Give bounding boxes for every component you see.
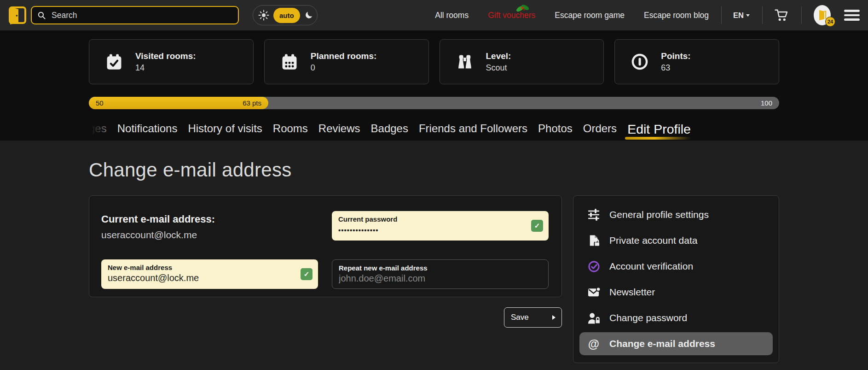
search-input[interactable] — [51, 10, 232, 21]
profile-tabs: ges Notifications History of visits Room… — [89, 117, 779, 141]
level-card: Level: Scout — [440, 39, 604, 84]
theme-toggle[interactable]: auto — [253, 5, 318, 25]
save-button-label: Save — [511, 313, 529, 322]
visited-rooms-card: Visited rooms: 14 — [89, 39, 254, 84]
binoculars-icon — [456, 53, 474, 70]
header-divider — [721, 6, 722, 24]
change-email-form: Current e-mail address: useraccount@lock… — [89, 195, 562, 297]
tab-photos[interactable]: Photos — [538, 123, 573, 134]
card-title: Points: — [661, 51, 690, 61]
current-password-field[interactable]: Current password ✓ — [332, 211, 549, 241]
menu-item-label: Change password — [609, 312, 687, 323]
cart-button[interactable] — [774, 9, 789, 22]
tab-history-of-visits[interactable]: History of visits — [188, 123, 262, 134]
current-password-label: Current password — [338, 215, 542, 223]
moon-icon[interactable] — [304, 11, 313, 20]
menu-item-change-password[interactable]: Change password — [579, 306, 773, 329]
nav-gift-vouchers-label: Gift vouchers — [488, 11, 535, 20]
site-logo[interactable] — [8, 6, 27, 25]
menu-item-label: Change e-mail address — [609, 338, 715, 349]
nav-escape-room-blog[interactable]: Escape room blog — [644, 11, 709, 20]
new-email-field[interactable]: New e-mail address ✓ — [101, 259, 318, 289]
header-divider — [801, 6, 802, 24]
language-selector[interactable]: EN — [733, 11, 750, 20]
menu-item-label: Newsletter — [609, 287, 655, 298]
repeat-email-field[interactable]: Repeat new e-mail address — [332, 259, 549, 289]
search-box[interactable] — [31, 6, 239, 24]
current-email-block: Current e-mail address: useraccount@lock… — [101, 211, 318, 249]
nav-gift-vouchers[interactable]: Gift vouchers — [488, 11, 535, 20]
points-card: Points: 63 — [614, 39, 779, 84]
sliders-icon — [587, 208, 600, 221]
menu-icon-bar — [844, 10, 860, 12]
tab-rooms[interactable]: Rooms — [273, 123, 308, 134]
valid-check-icon: ✓ — [531, 220, 543, 232]
menu-item-label: General profile settings — [609, 209, 709, 220]
progress-min-label: 50 — [96, 99, 104, 107]
menu-item-label: Private account data — [609, 235, 697, 246]
menu-item-newsletter[interactable]: Newsletter — [579, 281, 773, 304]
profile-settings-menu: General profile settings Private account… — [573, 195, 779, 363]
notification-badge: 24 — [825, 17, 835, 27]
progress-current-label: 63 pts — [243, 99, 261, 107]
menu-button[interactable] — [844, 10, 860, 21]
header-divider — [762, 6, 763, 24]
verified-badge-icon — [588, 260, 600, 273]
user-lock-icon — [587, 312, 601, 324]
arrow-right-icon — [552, 315, 556, 320]
current-email-label: Current e-mail address: — [101, 213, 318, 225]
calendar-check-icon — [105, 53, 123, 70]
logo-door-icon — [8, 6, 27, 25]
card-title: Visited rooms: — [135, 51, 196, 61]
menu-item-private-account-data[interactable]: Private account data — [579, 229, 773, 252]
stats-cards: Visited rooms: 14 Planned rooms: — [89, 30, 779, 84]
tab-orders[interactable]: Orders — [583, 123, 617, 134]
menu-item-general-profile-settings[interactable]: General profile settings — [579, 203, 773, 226]
theme-auto-button[interactable]: auto — [273, 8, 300, 23]
menu-icon-bar — [844, 18, 860, 21]
user-avatar[interactable]: 24 — [814, 5, 831, 25]
repeat-email-label: Repeat new e-mail address — [339, 264, 542, 272]
language-label: EN — [733, 11, 744, 20]
tab-badges[interactable]: Badges — [371, 123, 408, 134]
file-lock-icon — [588, 234, 600, 247]
points-progress-bar: 50 63 pts 100 — [89, 97, 779, 109]
menu-item-label: Account verification — [609, 261, 693, 272]
card-value: 14 — [135, 63, 196, 73]
cart-icon — [774, 9, 789, 22]
tab-friends-and-followers[interactable]: Friends and Followers — [419, 123, 527, 134]
card-value: 63 — [661, 63, 690, 73]
main-nav: All rooms Gift vouchers Escape room game… — [435, 11, 709, 20]
profile-summary-section: Visited rooms: 14 Planned rooms: — [0, 30, 868, 141]
tab-reviews[interactable]: Reviews — [318, 123, 360, 134]
card-value: Scout — [486, 63, 511, 73]
new-email-label: New e-mail address — [108, 264, 312, 271]
progress-max-label: 100 — [761, 97, 772, 109]
new-email-input[interactable] — [108, 271, 291, 283]
nav-escape-room-game[interactable]: Escape room game — [555, 11, 625, 20]
edit-profile-content: Change e-mail address Current e-mail add… — [0, 141, 868, 370]
tab-notifications[interactable]: Notifications — [117, 123, 178, 134]
menu-icon-bar — [844, 14, 860, 17]
top-bar: auto All rooms Gift vouchers Escape room… — [0, 0, 868, 30]
card-title: Level: — [486, 51, 511, 61]
valid-check-icon: ✓ — [301, 268, 312, 280]
current-password-input[interactable] — [338, 223, 522, 234]
card-value: 0 — [311, 63, 377, 73]
calendar-icon — [281, 53, 298, 70]
at-sign-icon: @ — [588, 338, 599, 350]
tab-partial[interactable]: ges — [89, 123, 107, 134]
sun-icon[interactable] — [258, 10, 269, 21]
card-title: Planned rooms: — [311, 51, 377, 61]
current-email-value: useraccount@lock.me — [101, 229, 318, 241]
points-progress-fill: 50 63 pts — [89, 97, 268, 109]
chevron-down-icon — [746, 14, 750, 17]
menu-item-change-email-address[interactable]: @ Change e-mail address — [579, 332, 773, 355]
menu-item-account-verification[interactable]: Account verification — [579, 255, 773, 278]
save-button[interactable]: Save — [504, 307, 562, 328]
repeat-email-input[interactable] — [339, 272, 542, 284]
tab-edit-profile[interactable]: Edit Profile — [627, 123, 691, 141]
coin-icon — [631, 53, 648, 70]
search-icon — [37, 11, 46, 20]
nav-all-rooms[interactable]: All rooms — [435, 11, 469, 20]
